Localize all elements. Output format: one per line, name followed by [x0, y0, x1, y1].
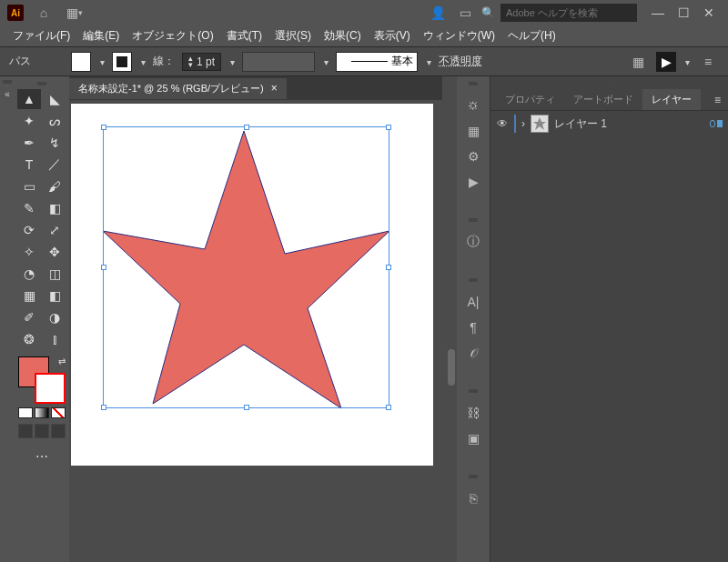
- resize-handle-tm[interactable]: [244, 125, 249, 130]
- graphic-styles-icon[interactable]: ▦: [627, 53, 649, 71]
- resize-handle-tl[interactable]: [101, 125, 106, 130]
- curvature-tool[interactable]: ↯: [43, 133, 66, 153]
- mini-dock-handle-icon[interactable]: [469, 82, 478, 85]
- panel-handle-icon[interactable]: [605, 80, 614, 84]
- swap-fill-stroke-icon[interactable]: ⇄: [58, 356, 66, 366]
- blend-tool[interactable]: ◑: [43, 307, 66, 327]
- lasso-tool[interactable]: ᔕ: [43, 111, 66, 131]
- resize-handle-bl[interactable]: [101, 405, 106, 410]
- asset-export-panel-icon[interactable]: ⎘: [462, 489, 484, 507]
- tab-properties[interactable]: プロパティ: [496, 89, 564, 110]
- layer-row[interactable]: 👁 › レイヤー 1: [490, 111, 728, 136]
- user-icon[interactable]: 👤: [427, 4, 449, 22]
- menu-type[interactable]: 書式(T): [221, 26, 268, 45]
- rectangle-tool[interactable]: ▭: [17, 176, 41, 196]
- document-tab[interactable]: 名称未設定-1* @ 25 % (RGB/プレビュー) ×: [69, 78, 287, 99]
- color-mode-normal[interactable]: [18, 407, 33, 418]
- stroke-weight-dropdown-icon[interactable]: [228, 55, 235, 68]
- close-button[interactable]: ✕: [697, 4, 721, 22]
- column-graph-tool[interactable]: ⫿: [43, 329, 66, 349]
- opacity-label[interactable]: 不透明度: [439, 54, 482, 69]
- fill-dropdown-icon[interactable]: [98, 55, 105, 68]
- draw-inside-icon[interactable]: [51, 424, 66, 438]
- magic-wand-tool[interactable]: ✦: [17, 111, 41, 131]
- opentype-panel-icon[interactable]: 𝒪: [462, 344, 484, 362]
- stroke-color[interactable]: [35, 373, 66, 404]
- recolor-icon[interactable]: ▶: [656, 52, 676, 72]
- layer-thumbnail[interactable]: [531, 115, 549, 133]
- scale-tool[interactable]: ⤢: [43, 220, 66, 240]
- layer-expand-icon[interactable]: ›: [521, 117, 525, 130]
- eraser-tool[interactable]: ◧: [43, 198, 66, 218]
- resize-handle-tr[interactable]: [386, 125, 391, 130]
- variable-width-profile[interactable]: [242, 52, 315, 72]
- menu-select[interactable]: 選択(S): [269, 26, 317, 45]
- brush-dropdown-icon[interactable]: [425, 55, 431, 68]
- stroke-swatch[interactable]: [112, 52, 132, 72]
- free-transform-tool[interactable]: ✥: [43, 242, 66, 262]
- help-search-input[interactable]: [500, 4, 637, 22]
- tab-layers[interactable]: レイヤー: [642, 89, 701, 110]
- width-tool[interactable]: ✧: [17, 242, 41, 262]
- maximize-button[interactable]: ☐: [672, 4, 695, 22]
- menu-edit[interactable]: 編集(E): [77, 26, 125, 45]
- rotate-tool[interactable]: ⟳: [17, 220, 41, 240]
- dock-handle-icon[interactable]: [3, 80, 12, 84]
- pen-tool[interactable]: ✒: [17, 133, 41, 153]
- layer-target-indicator[interactable]: [710, 117, 723, 130]
- symbol-sprayer-tool[interactable]: ❂: [17, 329, 41, 349]
- color-mode-gradient[interactable]: [35, 407, 49, 418]
- scrollbar-thumb[interactable]: [448, 349, 455, 386]
- actions-panel-icon[interactable]: ▣: [462, 429, 484, 447]
- eyedropper-tool[interactable]: ✐: [17, 307, 41, 327]
- artboard[interactable]: [71, 104, 433, 466]
- tab-artboards[interactable]: アートボード: [564, 89, 642, 110]
- mesh-tool[interactable]: ▦: [17, 286, 41, 306]
- stroke-dropdown-icon[interactable]: [139, 55, 146, 68]
- character-panel-icon[interactable]: A|: [462, 293, 484, 311]
- minimize-button[interactable]: —: [646, 4, 670, 22]
- stepper-icon[interactable]: ▴▾: [188, 55, 193, 68]
- expand-dock-icon[interactable]: «: [5, 89, 10, 99]
- perspective-tool[interactable]: ◫: [43, 264, 66, 284]
- draw-normal-icon[interactable]: [18, 424, 33, 438]
- recolor-dropdown-icon[interactable]: [683, 55, 690, 68]
- menu-object[interactable]: オブジェクト(O): [126, 26, 218, 45]
- gradient-panel-icon[interactable]: ⚙: [462, 147, 484, 166]
- profile-dropdown-icon[interactable]: [322, 55, 329, 68]
- direct-selection-tool[interactable]: ◣: [43, 89, 66, 109]
- paragraph-panel-icon[interactable]: ¶: [462, 318, 484, 336]
- mini-dock-handle2-icon[interactable]: [469, 218, 478, 222]
- canvas[interactable]: [69, 100, 442, 562]
- selection-tool[interactable]: ▲: [17, 89, 41, 109]
- home-icon[interactable]: ⌂: [33, 4, 55, 22]
- menu-help[interactable]: ヘルプ(H): [502, 26, 561, 45]
- resize-handle-br[interactable]: [386, 405, 391, 410]
- edit-toolbar-icon[interactable]: ⋯: [35, 449, 48, 464]
- brush-definition[interactable]: 基本: [336, 52, 418, 72]
- panel-menu-icon[interactable]: ≡: [707, 90, 728, 110]
- close-document-icon[interactable]: ×: [271, 82, 278, 95]
- stroke-weight-input[interactable]: ▴▾ 1 pt: [182, 53, 221, 71]
- shaper-tool[interactable]: ✎: [17, 198, 41, 218]
- doc-icon[interactable]: ▭: [454, 4, 476, 22]
- type-tool[interactable]: T: [17, 155, 41, 175]
- visibility-toggle-icon[interactable]: 👁: [496, 117, 509, 130]
- draw-behind-icon[interactable]: [35, 424, 49, 438]
- info-panel-icon[interactable]: ⓘ: [462, 233, 484, 251]
- menu-effect[interactable]: 効果(C): [318, 26, 367, 45]
- libraries-panel-icon[interactable]: ▶: [462, 173, 484, 191]
- fill-swatch[interactable]: [71, 52, 91, 72]
- align-icon[interactable]: ≡: [697, 53, 719, 71]
- mini-dock-handle5-icon[interactable]: [469, 475, 478, 478]
- mini-dock-handle4-icon[interactable]: [469, 389, 478, 393]
- color-mode-none[interactable]: [51, 407, 66, 418]
- tools-handle-icon[interactable]: [37, 82, 46, 85]
- menu-file[interactable]: ファイル(F): [7, 26, 76, 45]
- resize-handle-ml[interactable]: [101, 265, 106, 270]
- swatches-panel-icon[interactable]: ▦: [462, 122, 484, 140]
- vertical-scrollbar[interactable]: [442, 76, 457, 562]
- color-panel-icon[interactable]: ⛭: [462, 96, 484, 115]
- menu-view[interactable]: 表示(V): [369, 26, 416, 45]
- line-tool[interactable]: ／: [43, 155, 66, 175]
